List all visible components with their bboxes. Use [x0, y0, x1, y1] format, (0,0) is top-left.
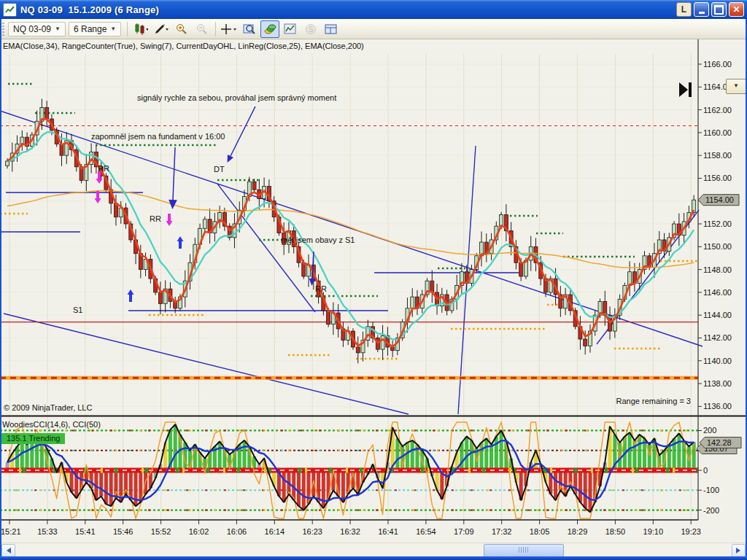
instrument-selector[interactable]: NQ 03-09▼ — [8, 22, 66, 36]
svg-text:S1: S1 — [73, 306, 82, 314]
chevron-down-icon: ▼ — [55, 26, 61, 32]
sidewinder-badge: 135.1 Trending — [1, 433, 65, 444]
copyright-label: © 2009 NinjaTrader, LLC — [4, 403, 92, 412]
svg-text:16:23: 16:23 — [302, 527, 322, 536]
svg-text:15:33: 15:33 — [37, 527, 58, 536]
svg-text:200: 200 — [703, 426, 716, 435]
svg-text:1138.00: 1138.00 — [703, 379, 732, 388]
svg-text:1142.00: 1142.00 — [703, 333, 732, 342]
svg-text:16:41: 16:41 — [378, 527, 398, 536]
svg-text:19:23: 19:23 — [681, 527, 701, 536]
crosshair-button[interactable] — [220, 20, 239, 38]
window-title: NQ 03-09 15.1.2009 (6 Range) — [20, 4, 159, 15]
scrollbar-thumb[interactable] — [484, 544, 564, 557]
chart-trader-button[interactable] — [260, 20, 279, 38]
period-selector[interactable]: 6 Range▼ — [69, 22, 121, 36]
svg-text:1158.00: 1158.00 — [703, 151, 732, 160]
svg-text:16:32: 16:32 — [340, 527, 360, 536]
horizontal-scrollbar[interactable] — [1, 542, 746, 556]
svg-text:zapomněl jsem na fundament v 1: zapomněl jsem na fundament v 16:00 — [91, 132, 225, 141]
svg-text:RR: RR — [315, 284, 327, 293]
svg-text:1160.00: 1160.00 — [703, 128, 732, 137]
candlestick-style-button[interactable] — [131, 20, 150, 38]
indicator-label: EMA(Close,34), RangeCounter(True), Swing… — [3, 42, 364, 50]
svg-text:RR: RR — [150, 214, 161, 223]
scrollbar-grip-icon — [519, 547, 529, 553]
arrow-right-icon — [736, 548, 743, 553]
properties-button[interactable] — [322, 20, 341, 38]
svg-text:16:54: 16:54 — [416, 527, 436, 536]
svg-text:měl jsem obavy z S1: měl jsem obavy z S1 — [281, 236, 355, 244]
svg-text:15:52: 15:52 — [151, 527, 171, 536]
link-button[interactable]: L — [676, 2, 692, 17]
svg-text:15:41: 15:41 — [75, 527, 96, 536]
cci-indicator-label: WoodiesCCI(14,6), CCI(50) — [2, 420, 101, 429]
svg-text:-200: -200 — [703, 506, 719, 515]
svg-text:1144.00: 1144.00 — [703, 311, 732, 319]
mini-chart-button[interactable] — [281, 20, 300, 38]
period-label: 6 Range — [74, 24, 107, 34]
svg-text:1156.00: 1156.00 — [703, 174, 732, 182]
svg-text:1146.00: 1146.00 — [703, 288, 732, 297]
chart-window-icon — [3, 3, 17, 17]
svg-text:16:14: 16:14 — [265, 527, 285, 536]
svg-text:1150.00: 1150.00 — [703, 242, 732, 251]
chart-toolbar: NQ 03-09▼ 6 Range▼ S — [0, 19, 747, 39]
panel-dropdown-button[interactable]: ▼ — [726, 79, 746, 94]
svg-text:1166.00: 1166.00 — [703, 60, 732, 69]
svg-text:S: S — [309, 26, 314, 34]
ninjatrader-chart-window: NQ 03-09 15.1.2009 (6 Range) L ✕ NQ 03-0… — [0, 0, 747, 560]
svg-text:18:05: 18:05 — [530, 527, 550, 536]
svg-text:15:21: 15:21 — [1, 527, 21, 536]
svg-text:16:02: 16:02 — [189, 527, 209, 536]
chart-canvas[interactable]: signály rychle za sebou, prováhal jsem s… — [0, 39, 747, 542]
svg-text:15:46: 15:46 — [113, 527, 133, 536]
title-bar: NQ 03-09 15.1.2009 (6 Range) L ✕ — [0, 0, 747, 19]
svg-text:1136.00: 1136.00 — [703, 402, 732, 411]
svg-text:DT: DT — [214, 165, 225, 174]
go-to-end-button[interactable] — [676, 79, 696, 100]
zoom-out-button[interactable] — [193, 20, 212, 38]
svg-text:17:09: 17:09 — [454, 527, 474, 536]
svg-text:16:06: 16:06 — [227, 527, 247, 536]
chart-area: signály rychle za sebou, prováhal jsem s… — [0, 39, 747, 542]
svg-text:1162.00: 1162.00 — [703, 106, 732, 114]
svg-text:142.28: 142.28 — [707, 438, 732, 447]
draw-pen-button[interactable] — [152, 20, 171, 38]
scroll-left-button[interactable] — [1, 544, 15, 557]
svg-text:1154.00: 1154.00 — [705, 195, 734, 204]
range-remaining-label: Range remaining = 3 — [576, 397, 691, 405]
minimize-button[interactable] — [694, 2, 709, 17]
chevron-down-icon: ▼ — [110, 26, 116, 32]
svg-text:19:10: 19:10 — [643, 527, 664, 536]
scroll-right-button[interactable] — [732, 544, 746, 557]
arrow-left-icon — [4, 548, 11, 553]
instrument-label: NQ 03-09 — [13, 24, 51, 34]
strategies-icon[interactable]: S — [301, 20, 320, 38]
close-button[interactable]: ✕ — [729, 2, 744, 17]
svg-text:18:50: 18:50 — [605, 527, 626, 536]
svg-text:-100: -100 — [703, 486, 719, 494]
svg-text:RR: RR — [98, 164, 109, 173]
toolbar-grip[interactable] — [2, 23, 4, 36]
svg-text:1152.00: 1152.00 — [703, 219, 732, 228]
restore-button[interactable] — [711, 2, 727, 17]
svg-text:1140.00: 1140.00 — [703, 357, 732, 365]
svg-text:17:32: 17:32 — [492, 527, 512, 536]
svg-text:0: 0 — [703, 466, 708, 475]
svg-text:18:29: 18:29 — [568, 527, 588, 536]
data-box-button[interactable] — [240, 20, 259, 38]
zoom-in-button[interactable] — [172, 20, 191, 38]
svg-text:signály rychle za sebou, prová: signály rychle za sebou, prováhal jsem s… — [137, 93, 336, 102]
svg-text:1148.00: 1148.00 — [703, 265, 732, 274]
